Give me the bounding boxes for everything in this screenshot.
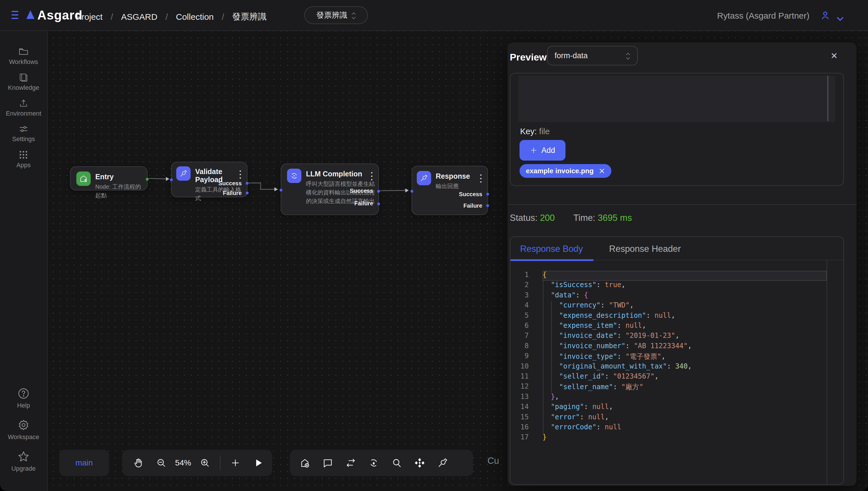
close-panel-icon[interactable]: ✕ [828, 49, 840, 62]
code-line: 17} [510, 433, 843, 443]
llm-input-port-dot[interactable] [279, 189, 282, 192]
breadcrumb-project[interactable]: Project [76, 12, 103, 22]
file-chip[interactable]: example invoice.png [519, 164, 612, 178]
llm-failure-port-dot[interactable] [377, 202, 380, 205]
code-line: 8 "invoice_number": "AB 11223344", [510, 342, 843, 352]
node-llm-completion[interactable]: LLM Completion 呼叫大型語言模型並產生結構化的資料輸出以輔助流程的… [281, 164, 379, 215]
breadcrumb-asgard[interactable]: ASGARD [121, 12, 158, 22]
workflow-select-value: 發票辨識 [316, 10, 347, 20]
port-failure-label: Failure [463, 202, 482, 209]
code-scrollbar-track[interactable] [827, 260, 827, 484]
node-menu-icon[interactable] [239, 169, 242, 179]
code-line: 15 "error": null, [510, 413, 843, 423]
zoom-out-button[interactable] [150, 458, 173, 468]
code-line: 5 "expense_description": null, [510, 312, 843, 321]
top-bar: Asgard Project / ASGARD / Collection / 發… [0, 0, 868, 31]
code-line: 7 "invoice_date": "2019-01-23", [510, 331, 843, 342]
response-input-port-dot[interactable] [410, 190, 413, 193]
pan-hand-button[interactable] [127, 458, 150, 468]
sidebar-item-label: Apps [16, 162, 31, 169]
code-line: 6 "expense_item": null, [510, 321, 843, 331]
code-line: 4 "currency": "TWD", [510, 301, 843, 311]
workflow-select[interactable]: 發票辨識 [304, 6, 368, 24]
file-chip-label: example invoice.png [526, 167, 594, 175]
preview-mode-select[interactable]: form-data [547, 46, 638, 65]
node-validate-payload[interactable]: Validate Payload 定義工具的輸入格式 Success Failu… [171, 162, 247, 197]
zoom-level: 54% [173, 458, 193, 467]
node-menu-icon[interactable] [371, 171, 373, 181]
upload-area[interactable] [518, 76, 835, 122]
status-label: Status: [510, 213, 538, 223]
app-root: Entry Node: 工作流程的起點 Validate Payload 定義工… [0, 0, 868, 491]
tab-response-header[interactable]: Response Header [609, 244, 681, 254]
key-value: file [539, 127, 550, 136]
node-menu-icon[interactable] [480, 173, 482, 183]
tools-button[interactable] [431, 457, 454, 468]
search-button[interactable] [385, 457, 408, 468]
rerun-node-button[interactable] [362, 457, 385, 468]
port-success-label: Success [350, 187, 373, 194]
status-row: Status: 200 Time: 3695 ms [510, 213, 632, 223]
upload-scrollbar[interactable] [827, 76, 829, 121]
sidebar-item-label: Workflows [9, 58, 38, 66]
sidebar-item-workflows[interactable]: Workflows [0, 44, 47, 69]
sidebar-item-help[interactable]: Help [0, 383, 47, 414]
breadcrumb-current[interactable]: 發票辨識 [232, 11, 267, 23]
validate-input-port-dot[interactable] [170, 178, 173, 181]
code-line: 14 "paging": null, [510, 403, 843, 413]
response-success-port-dot[interactable] [486, 193, 489, 196]
menu-icon[interactable] [11, 11, 18, 19]
validate-success-port-dot[interactable] [246, 182, 249, 185]
response-failure-port-dot[interactable] [486, 204, 489, 207]
add-entry-node-button[interactable] [293, 457, 316, 468]
code-line: 9 "invoice_type": "電子發票", [510, 352, 843, 362]
sidebar-item-environment[interactable]: Environment [0, 95, 47, 121]
branch-button[interactable]: main [59, 450, 109, 476]
preview-panel: Preview form-data ✕ Key: file Add exampl… [508, 42, 857, 486]
sidebar-item-settings[interactable]: Settings [0, 121, 47, 147]
code-line: 1{ [510, 271, 843, 281]
panel-separator [508, 204, 857, 205]
time-value: 3695 ms [598, 213, 632, 223]
sidebar-item-apps[interactable]: Apps [0, 147, 47, 173]
indent-guide [551, 301, 552, 393]
request-form-box: Key: file Add example invoice.png [510, 73, 844, 186]
validate-failure-port-dot[interactable] [246, 192, 249, 195]
account-chevron-icon[interactable] [836, 13, 844, 24]
node-entry[interactable]: Entry Node: 工作流程的起點 [70, 166, 147, 191]
code-line: 2 "isSuccess": true, [510, 281, 843, 291]
tab-response-body[interactable]: Response Body [520, 244, 583, 254]
comment-button[interactable] [316, 457, 339, 468]
code-line: 12 "seller_name": "廠方" [510, 382, 843, 392]
response-body-code[interactable]: 1{2 "isSuccess": true,3 "data": {4 "curr… [510, 260, 843, 484]
time-label: Time: [573, 213, 595, 223]
zoom-in-button[interactable] [193, 458, 216, 468]
response-box: Response Body Response Header 1{2 "isSuc… [510, 236, 844, 485]
sidebar-item-workspace[interactable]: Workspace [0, 414, 47, 446]
align-nodes-button[interactable] [408, 457, 431, 469]
validate-node-icon [176, 166, 191, 181]
swap-arrows-button[interactable] [339, 457, 362, 468]
select-chevrons-icon [626, 53, 630, 58]
toolbar-divider [220, 456, 220, 470]
add-button[interactable] [224, 458, 247, 468]
add-file-button[interactable]: Add [519, 140, 566, 161]
code-line: 3 "data": { [510, 291, 843, 301]
sidebar-item-knowledge[interactable]: Knowledge [0, 69, 47, 95]
llm-success-port-dot[interactable] [377, 190, 380, 193]
user-icon[interactable] [820, 10, 830, 22]
port-success-label: Success [218, 180, 242, 187]
entry-output-port-dot[interactable] [146, 178, 149, 181]
response-node-icon [417, 171, 431, 185]
remove-file-icon[interactable] [599, 168, 605, 174]
code-line: 11 "seller_id": "01234567", [510, 372, 843, 382]
node-subtitle: 輸出回應 [436, 182, 470, 191]
sidebar-item-upgrade[interactable]: Upgrade [0, 446, 47, 477]
key-label: Key: [520, 127, 537, 136]
run-button[interactable] [247, 458, 270, 468]
code-line: 13 }, [510, 393, 843, 403]
add-file-label: Add [541, 146, 555, 155]
node-response[interactable]: Response 輸出回應 Success Failure [412, 166, 488, 215]
breadcrumb-collection[interactable]: Collection [176, 12, 214, 22]
select-chevrons-icon [352, 12, 356, 18]
